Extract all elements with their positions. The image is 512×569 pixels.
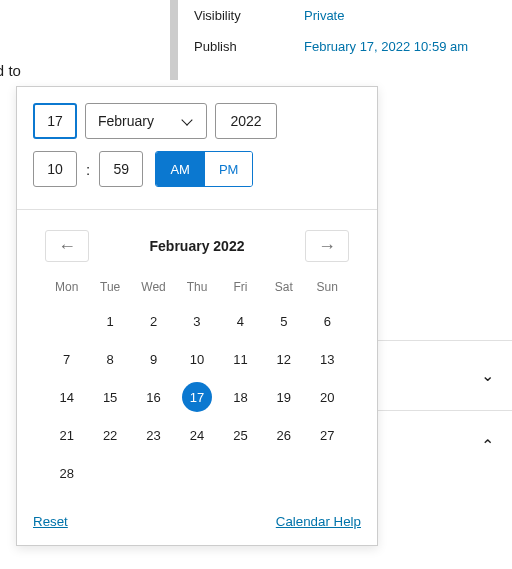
calendar-day[interactable]: 11 xyxy=(219,344,262,374)
calendar-day[interactable]: 6 xyxy=(306,306,349,336)
calendar-day[interactable]: 9 xyxy=(132,344,175,374)
calendar: ← February 2022 → MonTueWedThuFriSatSun1… xyxy=(33,230,361,488)
am-button[interactable]: AM xyxy=(156,152,204,186)
calendar-day[interactable]: 23 xyxy=(132,420,175,450)
calendar-day[interactable]: 8 xyxy=(88,344,131,374)
calendar-day[interactable]: 1 xyxy=(88,306,131,336)
calendar-dow: Tue xyxy=(88,276,131,298)
visibility-row[interactable]: Visibility Private xyxy=(178,0,512,31)
calendar-dow: Fri xyxy=(219,276,262,298)
calendar-day[interactable]: 13 xyxy=(306,344,349,374)
publish-label: Publish xyxy=(194,39,304,54)
calendar-day[interactable]: 24 xyxy=(175,420,218,450)
calendar-help-link[interactable]: Calendar Help xyxy=(276,514,361,529)
calendar-dow: Wed xyxy=(132,276,175,298)
calendar-day[interactable]: 12 xyxy=(262,344,305,374)
calendar-dow: Mon xyxy=(45,276,88,298)
calendar-day[interactable]: 5 xyxy=(262,306,305,336)
chevron-up-icon: ⌃ xyxy=(481,436,494,455)
chevron-down-icon: ⌄ xyxy=(481,366,494,385)
side-accordions: ⌄ ⌃ xyxy=(378,340,512,480)
calendar-footer: Reset Calendar Help xyxy=(33,514,361,529)
truncated-content-text: ons related to xyxy=(0,62,160,79)
minute-input[interactable]: 59 xyxy=(99,151,143,187)
calendar-day[interactable]: 19 xyxy=(262,382,305,412)
separator xyxy=(17,209,377,210)
prev-month-button[interactable]: ← xyxy=(45,230,89,262)
calendar-title: February 2022 xyxy=(150,238,245,254)
calendar-day-selected[interactable]: 17 xyxy=(175,382,218,412)
time-row: 10 : 59 AM PM xyxy=(33,151,361,187)
visibility-value: Private xyxy=(304,8,344,23)
date-row: 17 February 2022 xyxy=(33,103,361,139)
calendar-day[interactable]: 7 xyxy=(45,344,88,374)
hour-input[interactable]: 10 xyxy=(33,151,77,187)
calendar-day[interactable]: 21 xyxy=(45,420,88,450)
calendar-day[interactable]: 15 xyxy=(88,382,131,412)
calendar-day[interactable]: 22 xyxy=(88,420,131,450)
next-month-button[interactable]: → xyxy=(305,230,349,262)
calendar-dow: Sat xyxy=(262,276,305,298)
calendar-day[interactable]: 25 xyxy=(219,420,262,450)
ampm-toggle: AM PM xyxy=(155,151,253,187)
calendar-day[interactable]: 14 xyxy=(45,382,88,412)
reset-link[interactable]: Reset xyxy=(33,514,68,529)
calendar-day[interactable]: 20 xyxy=(306,382,349,412)
calendar-header: ← February 2022 → xyxy=(45,230,349,262)
calendar-day[interactable]: 18 xyxy=(219,382,262,412)
datetime-picker-popover: 17 February 2022 10 : 59 AM PM ← Februar… xyxy=(16,86,378,546)
publish-value: February 17, 2022 10:59 am xyxy=(304,39,468,54)
publish-row[interactable]: Publish February 17, 2022 10:59 am xyxy=(178,31,512,62)
pm-button[interactable]: PM xyxy=(204,152,252,186)
calendar-day[interactable]: 10 xyxy=(175,344,218,374)
calendar-day[interactable]: 27 xyxy=(306,420,349,450)
calendar-day[interactable]: 16 xyxy=(132,382,175,412)
visibility-label: Visibility xyxy=(194,8,304,23)
calendar-day[interactable]: 4 xyxy=(219,306,262,336)
time-colon: : xyxy=(85,161,91,178)
month-select[interactable]: February xyxy=(85,103,207,139)
calendar-grid: MonTueWedThuFriSatSun1234567891011121314… xyxy=(45,276,349,488)
settings-panel: Visibility Private Publish February 17, … xyxy=(170,0,512,80)
calendar-dow: Thu xyxy=(175,276,218,298)
accordion-row-expanded[interactable]: ⌃ xyxy=(378,410,512,480)
year-input[interactable]: 2022 xyxy=(215,103,277,139)
arrow-right-icon: → xyxy=(318,236,336,257)
day-input[interactable]: 17 xyxy=(33,103,77,139)
arrow-left-icon: ← xyxy=(58,236,76,257)
calendar-day[interactable]: 3 xyxy=(175,306,218,336)
accordion-row-collapsed[interactable]: ⌄ xyxy=(378,340,512,410)
calendar-empty-cell xyxy=(45,306,88,336)
calendar-day[interactable]: 28 xyxy=(45,458,88,488)
calendar-dow: Sun xyxy=(306,276,349,298)
calendar-day[interactable]: 2 xyxy=(132,306,175,336)
chevron-down-icon xyxy=(180,113,196,129)
month-value: February xyxy=(98,113,154,129)
calendar-day[interactable]: 26 xyxy=(262,420,305,450)
